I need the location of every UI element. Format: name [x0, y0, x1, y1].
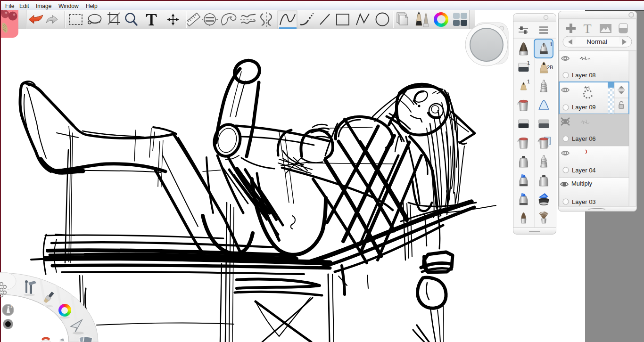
svg-text:1: 1: [10, 305, 12, 308]
svg-text:Layer 03: Layer 03: [572, 198, 596, 205]
svg-text:Multiply: Multiply: [571, 180, 593, 187]
svg-text:2B: 2B: [547, 65, 553, 70]
svg-text:Layer 09: Layer 09: [572, 104, 596, 111]
svg-text:1: 1: [527, 60, 530, 65]
svg-text:Normal: Normal: [586, 38, 607, 45]
svg-text:Layer 08: Layer 08: [572, 72, 596, 79]
svg-text:Layer 04: Layer 04: [572, 167, 596, 174]
svg-text:1: 1: [527, 79, 530, 84]
svg-text:1: 1: [550, 41, 553, 47]
svg-text:T: T: [583, 21, 591, 36]
svg-text:Layer 06: Layer 06: [572, 135, 596, 142]
